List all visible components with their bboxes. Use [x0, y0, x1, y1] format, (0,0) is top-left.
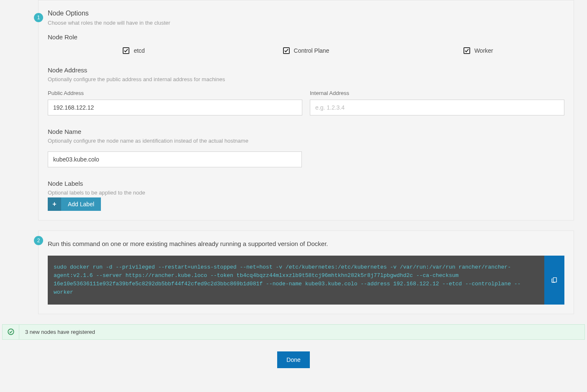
node-address-title: Node Address: [48, 67, 564, 74]
node-options-title: Node Options: [48, 10, 564, 17]
node-labels-title: Node Labels: [48, 180, 564, 187]
plus-icon: +: [48, 197, 61, 211]
status-message: 3 new nodes have registered: [19, 325, 101, 339]
internal-address-input[interactable]: [310, 100, 564, 115]
checkbox-control-plane[interactable]: [283, 47, 290, 54]
public-address-input[interactable]: [48, 100, 302, 115]
check-circle-icon: [7, 328, 15, 336]
copy-button[interactable]: [544, 256, 564, 305]
checkbox-worker[interactable]: [463, 47, 470, 54]
svg-rect-0: [553, 278, 556, 282]
done-button[interactable]: Done: [277, 351, 309, 368]
role-label-worker: Worker: [474, 47, 493, 54]
status-icon-box: [3, 325, 19, 339]
add-label-button[interactable]: + Add Label: [48, 197, 101, 211]
status-bar: 3 new nodes have registered: [2, 324, 585, 340]
role-item-etcd: etcd: [48, 47, 220, 54]
step-badge-2: 2: [34, 236, 43, 245]
command-instruction: Run this command on one or more existing…: [48, 240, 564, 247]
checkbox-etcd[interactable]: [123, 47, 129, 54]
public-address-label: Public Address: [48, 90, 302, 96]
node-name-title: Node Name: [48, 128, 564, 135]
role-item-worker: Worker: [392, 47, 564, 54]
role-item-control-plane: Control Plane: [220, 47, 392, 54]
node-options-desc: Choose what roles the node will have in …: [48, 20, 564, 26]
add-label-text: Add Label: [61, 197, 101, 211]
node-name-desc: Optionally configure the node name as id…: [48, 138, 564, 144]
node-address-desc: Optionally configure the public address …: [48, 76, 564, 82]
role-label-etcd: etcd: [134, 47, 144, 54]
step-badge-1: 1: [34, 13, 43, 22]
command-block[interactable]: sudo docker run -d --privileged --restar…: [48, 256, 544, 305]
node-role-title: Node Role: [48, 33, 564, 41]
internal-address-label: Internal Address: [310, 90, 564, 96]
node-labels-desc: Optional labels to be applied to the nod…: [48, 190, 564, 196]
node-name-input[interactable]: [48, 151, 302, 167]
role-label-control-plane: Control Plane: [294, 47, 330, 54]
clipboard-icon: [551, 277, 558, 283]
